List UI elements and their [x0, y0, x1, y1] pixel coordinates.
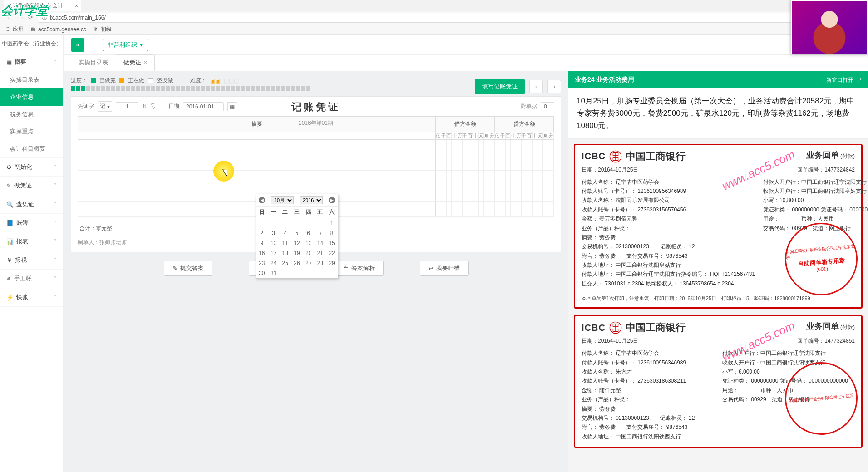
- fill-voucher-button[interactable]: 填写记账凭证: [475, 79, 525, 94]
- forward-icon[interactable]: →: [16, 13, 25, 22]
- cal-day[interactable]: 13: [303, 238, 315, 248]
- cal-day[interactable]: 5: [291, 228, 303, 238]
- icbc-icon: [609, 150, 622, 163]
- cal-day[interactable]: 3: [268, 228, 280, 238]
- voucher-row[interactable]: [78, 140, 554, 155]
- sidebar-group-icon: 📊: [6, 238, 14, 245]
- sidebar-item[interactable]: 实操重点: [0, 123, 63, 140]
- cal-day[interactable]: 11: [279, 238, 291, 248]
- sidebar-group-2[interactable]: ✎做凭证˅: [0, 177, 63, 195]
- sidebar-group-0[interactable]: ▦概要˄: [0, 53, 63, 71]
- cal-day[interactable]: 22: [326, 248, 338, 258]
- voucher-date-input[interactable]: 2016-01-01: [183, 102, 224, 111]
- sidebar-collapse-button[interactable]: «: [71, 38, 84, 52]
- cal-day[interactable]: 7: [315, 228, 326, 238]
- cal-day: [315, 218, 326, 228]
- cal-day[interactable]: 31: [268, 268, 280, 278]
- cal-day[interactable]: 19: [291, 248, 303, 258]
- cal-day[interactable]: 20: [303, 248, 315, 258]
- sidebar-group-5[interactable]: 📊报表˅: [0, 232, 63, 251]
- back-icon[interactable]: ←: [5, 13, 14, 22]
- difficulty-icon: ▣▣: [210, 78, 220, 84]
- cal-day[interactable]: 6: [303, 228, 315, 238]
- bank-receipt: www.acc5.comICBC中国工商银行业务回单 (付款)日期：2016年1…: [574, 315, 863, 448]
- cal-day[interactable]: 27: [303, 258, 315, 268]
- sidebar-item[interactable]: 会计科目概要: [0, 140, 63, 157]
- folder-icon: 🗀: [343, 265, 349, 272]
- sidebar-group-1[interactable]: ⚙初始化˅: [0, 158, 63, 176]
- sidebar-group-6[interactable]: ￥报税˅: [0, 251, 63, 269]
- cal-day[interactable]: 23: [256, 258, 268, 268]
- cal-day[interactable]: 12: [291, 238, 303, 248]
- cal-day[interactable]: 4: [279, 228, 291, 238]
- calendar-icon[interactable]: ▦: [227, 102, 237, 111]
- bookmark-item[interactable]: 🗎acc5com.gensee.cc: [30, 26, 86, 33]
- voucher-no-stepper[interactable]: ⇅: [142, 103, 147, 110]
- right-pane-header: 业务24 业务活动费用 新窗口打开⇄: [568, 71, 868, 88]
- content-tab[interactable]: 实操目录表: [71, 54, 116, 71]
- cal-day[interactable]: 24: [268, 258, 280, 268]
- reload-icon[interactable]: ⟳: [28, 14, 33, 21]
- prev-button[interactable]: ‹: [529, 80, 543, 93]
- cal-day: [279, 268, 291, 278]
- cal-day[interactable]: 10: [268, 238, 280, 248]
- sidebar-group-3[interactable]: 🔍查凭证˅: [0, 195, 63, 213]
- voucher-row[interactable]: [78, 171, 554, 186]
- icbc-icon: [609, 321, 622, 334]
- open-new-window-link[interactable]: 新窗口打开: [826, 76, 853, 84]
- voucher-char-select[interactable]: 记▾: [98, 101, 112, 112]
- cal-year-select[interactable]: 2016: [300, 196, 323, 204]
- cal-day[interactable]: 1: [326, 218, 338, 228]
- sidebar-group-icon: ⚡: [6, 294, 14, 301]
- cal-next-button[interactable]: ▶: [329, 197, 335, 203]
- cal-day[interactable]: 16: [256, 248, 268, 258]
- cal-day[interactable]: 21: [315, 248, 326, 258]
- swap-icon[interactable]: ⇄: [857, 77, 862, 83]
- analysis-button[interactable]: 🗀答案解析: [334, 261, 384, 276]
- cal-day[interactable]: 17: [268, 248, 280, 258]
- voucher-row[interactable]: [78, 155, 554, 171]
- cal-day[interactable]: 18: [279, 248, 291, 258]
- apps-button[interactable]: ⠿应用: [5, 25, 24, 33]
- feedback-button[interactable]: ↩我要吐槽: [420, 261, 469, 276]
- voucher-no-input[interactable]: 1: [116, 102, 138, 111]
- cal-day[interactable]: 15: [326, 238, 338, 248]
- close-icon[interactable]: ×: [144, 59, 147, 66]
- sidebar-group-7[interactable]: ✐手工帐˅: [0, 270, 63, 288]
- sidebar-group-4[interactable]: 📘账簿˅: [0, 214, 63, 232]
- content-tab[interactable]: 做凭证×: [116, 54, 155, 71]
- org-selector[interactable]: 非营利组织 ▾: [103, 39, 148, 51]
- cal-day[interactable]: 28: [315, 258, 326, 268]
- sidebar-item[interactable]: 税务信息: [0, 106, 63, 123]
- topbar: « 非营利组织 ▾ 张师师老师 (SVIP会员): [64, 35, 868, 55]
- org-selector-label: 非营利组织: [108, 41, 137, 49]
- url-input[interactable]: ⓘ lx.acc5.com/main_156/ ☆: [38, 13, 863, 23]
- bookmark-item[interactable]: 🗎初级: [93, 25, 112, 33]
- cal-day[interactable]: 8: [326, 228, 338, 238]
- cal-day[interactable]: 30: [256, 268, 268, 278]
- cal-day[interactable]: 26: [291, 258, 303, 268]
- business-description: 10月25日，肛肠专业委员会换届（第一次大会），业务活动费合计20582元，期中…: [568, 88, 868, 139]
- cal-weekday: 四: [303, 206, 315, 218]
- date-picker-popup[interactable]: ◀ 10月 2016 ▶ 日一二三四五六 1234567891011121314…: [256, 194, 338, 279]
- close-icon[interactable]: ×: [75, 3, 78, 9]
- cal-prev-button[interactable]: ◀: [259, 197, 265, 203]
- cal-day[interactable]: 9: [256, 238, 268, 248]
- cal-day[interactable]: 14: [315, 238, 326, 248]
- sidebar-item[interactable]: 企业信息: [0, 88, 63, 106]
- submit-answer-button[interactable]: ✎提交答案: [164, 261, 212, 276]
- cal-day[interactable]: 25: [279, 258, 291, 268]
- bank-receipt: www.acc5.comICBC中国工商银行业务回单 (付款)日期：2016年1…: [574, 144, 863, 309]
- col-debit: 借方金额: [436, 117, 495, 132]
- cal-month-select[interactable]: 10月: [271, 196, 294, 204]
- cal-day[interactable]: 29: [326, 258, 338, 268]
- attach-count-input[interactable]: 0: [541, 102, 554, 111]
- next-button[interactable]: ›: [547, 80, 561, 93]
- cal-day[interactable]: 2: [256, 228, 268, 238]
- sidebar-item[interactable]: 实操目录表: [0, 71, 63, 88]
- chevron-down-icon: ▾: [140, 41, 143, 48]
- sidebar-group-8[interactable]: ⚡快账˅: [0, 288, 63, 306]
- info-icon: ⓘ: [42, 14, 47, 21]
- browser-tab[interactable]: 会计学堂实操中心 会计 ×: [4, 0, 81, 11]
- cal-day: [291, 268, 303, 278]
